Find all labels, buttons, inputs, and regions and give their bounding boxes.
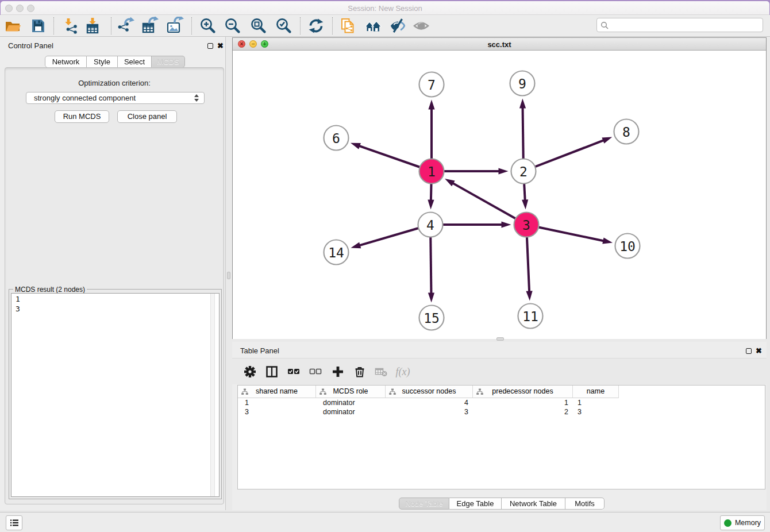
table-cell[interactable]: 4 (386, 398, 473, 407)
graph-node-9[interactable]: 9 (510, 71, 535, 96)
home-view-button[interactable] (363, 17, 383, 35)
column-header-name[interactable]: name (573, 385, 619, 398)
task-history-button[interactable] (6, 515, 22, 530)
graph-node-7[interactable]: 7 (419, 72, 444, 97)
graph-node-2[interactable]: 2 (511, 159, 536, 184)
zoom-in-icon (199, 17, 217, 35)
deselect-all-button[interactable] (306, 363, 325, 381)
zoom-out-button[interactable] (222, 17, 243, 35)
control-panel-close-icon[interactable]: ✖ (217, 43, 224, 49)
add-column-button[interactable] (328, 363, 348, 381)
node-label: 14 (328, 245, 344, 260)
network-canvas[interactable]: 1 2 3 4 6 7 8 9 10 11 14 15 (233, 51, 766, 339)
mcds-result-textarea[interactable]: 1 3 (11, 293, 220, 497)
graph-node-3[interactable]: 3 (514, 213, 539, 237)
table-cell[interactable]: 1 (238, 398, 316, 407)
memory-button[interactable]: Memory (720, 515, 765, 530)
task-list-icon (10, 519, 19, 527)
network-view-window: × – + scc.txt 1 2 3 4 6 7 8 9 10 11 (232, 37, 767, 339)
refresh-icon (307, 17, 325, 35)
toggle-columns-button[interactable] (262, 363, 282, 381)
tab-select[interactable]: Select (118, 56, 152, 68)
table-cell[interactable]: dominator (316, 407, 386, 417)
export-table-button[interactable] (140, 17, 160, 35)
select-all-icon (287, 365, 300, 378)
graph-node-10[interactable]: 10 (615, 234, 640, 259)
show-all-button[interactable] (411, 17, 432, 35)
close-panel-button[interactable]: Close panel (117, 110, 177, 123)
hide-selected-button[interactable] (387, 17, 408, 35)
clone-network-button[interactable] (337, 17, 358, 35)
show-all-icon (413, 17, 431, 35)
table-row[interactable]: 3dominator323 (238, 407, 765, 417)
delete-columns-button[interactable] (350, 363, 369, 381)
graph-node-4[interactable]: 4 (418, 213, 443, 237)
save-session-button[interactable] (28, 17, 48, 35)
graph-node-1[interactable]: 1 (419, 159, 444, 184)
graph-node-15[interactable]: 15 (419, 306, 444, 330)
control-panel-float-icon[interactable] (207, 43, 213, 49)
edge-arrowhead (602, 137, 612, 144)
tab-motifs[interactable]: Motifs (565, 498, 605, 510)
graph-node-14[interactable]: 14 (324, 240, 349, 265)
refresh-button[interactable] (306, 17, 326, 35)
table-cell[interactable]: 2 (473, 407, 573, 417)
table-cell[interactable]: dominator (316, 398, 386, 407)
delete-table-button[interactable] (371, 363, 391, 381)
select-all-button[interactable] (284, 363, 303, 381)
criterion-select-value: strongly connected component (34, 94, 136, 102)
network-window-title: scc.txt (233, 40, 766, 49)
column-header-shared-name[interactable]: shared name (238, 385, 316, 398)
tab-mcds[interactable]: MCDS (152, 56, 185, 68)
tab-node-table[interactable]: Node Table (399, 498, 449, 510)
table-panel-close-icon[interactable]: ✖ (756, 348, 762, 354)
column-header-successor-nodes[interactable]: successor nodes (386, 385, 473, 398)
tab-edge-table[interactable]: Edge Table (449, 498, 502, 510)
column-header-predecessor-nodes[interactable]: predecessor nodes (473, 385, 573, 398)
search-input[interactable] (611, 21, 759, 29)
table-row[interactable]: 1dominator411 (238, 398, 765, 407)
table-cell[interactable]: 1 (473, 398, 573, 407)
import-network-button[interactable] (61, 17, 82, 35)
graph-node-11[interactable]: 11 (518, 304, 543, 329)
run-mcds-button[interactable]: Run MCDS (55, 110, 109, 123)
node-label: 6 (332, 131, 340, 146)
select-spinner-icon (194, 94, 199, 102)
criterion-select[interactable]: strongly connected component (26, 92, 205, 104)
table-cell[interactable]: 3 (386, 407, 473, 417)
open-session-button[interactable] (2, 17, 23, 35)
table-cell[interactable]: 3 (573, 407, 619, 417)
save-session-icon (29, 17, 47, 35)
clone-network-icon (338, 17, 357, 35)
network-window-titlebar[interactable]: × – + scc.txt (233, 38, 766, 51)
horizontal-splitter-handle[interactable] (496, 337, 504, 341)
column-header-label: MCDS role (333, 387, 368, 395)
vertical-splitter-handle[interactable] (227, 272, 230, 279)
node-label: 9 (518, 76, 526, 91)
table-options-button[interactable] (240, 363, 260, 381)
tab-network-table[interactable]: Network Table (502, 498, 565, 510)
search-box[interactable] (596, 18, 763, 32)
zoom-in-button[interactable] (198, 17, 218, 35)
graph-node-8[interactable]: 8 (614, 119, 639, 144)
function-builder-button[interactable]: f(x) (393, 363, 413, 381)
graph-node-6[interactable]: 6 (324, 126, 349, 151)
result-scrollbar[interactable] (210, 294, 215, 496)
export-image-button[interactable] (164, 17, 185, 35)
table-panel: Table Panel ✖ f(x) shared name MCDS role (232, 342, 767, 510)
edge-arrowhead (445, 179, 455, 186)
mcds-result-text: 1 3 (16, 295, 20, 314)
table-cell[interactable]: 1 (573, 398, 619, 407)
export-network-button[interactable] (116, 17, 137, 35)
zoom-fit-button[interactable] (248, 17, 269, 35)
table-cell[interactable]: 3 (238, 407, 316, 417)
edge-arrowhead (522, 199, 528, 209)
zoom-selected-button[interactable] (274, 17, 294, 35)
column-header-MCDS-role[interactable]: MCDS role (316, 385, 386, 398)
toolbar-separator (111, 17, 111, 34)
tab-style[interactable]: Style (87, 56, 118, 68)
import-table-button[interactable] (82, 17, 103, 35)
column-type-icon (476, 388, 483, 395)
table-panel-float-icon[interactable] (746, 348, 752, 354)
tab-network[interactable]: Network (45, 56, 87, 68)
